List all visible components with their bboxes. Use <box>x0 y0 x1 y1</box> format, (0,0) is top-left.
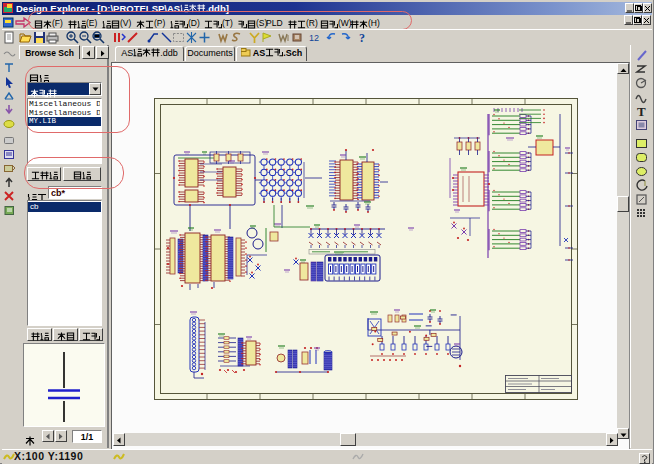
svg-text:?: ? <box>359 31 365 44</box>
svg-text:12: 12 <box>309 33 319 43</box>
svg-text:T: T <box>637 105 646 118</box>
